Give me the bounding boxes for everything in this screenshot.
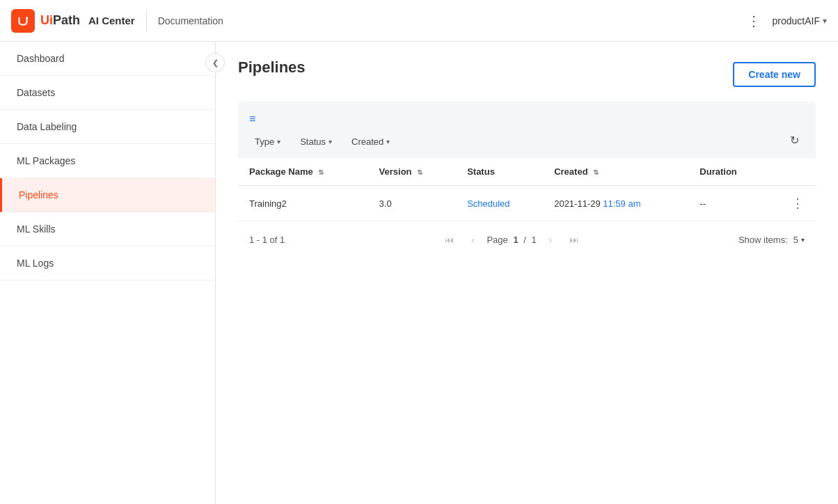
header-right: ⋮ productAIF ▾: [747, 13, 827, 29]
app-layout: Dashboard Datasets Data Labeling ML Pack…: [0, 42, 838, 504]
status-filter[interactable]: Status ▾: [294, 134, 338, 150]
page-label: Page 1 / 1: [487, 235, 536, 245]
user-menu[interactable]: productAIF ▾: [773, 15, 827, 26]
page-header-row: Pipelines Create new: [238, 58, 816, 90]
created-filter[interactable]: Created ▾: [346, 134, 395, 150]
sidebar-item-ml-skills[interactable]: ML Skills: [0, 212, 215, 246]
col-actions: [768, 158, 816, 186]
type-filter-arrow: ▾: [277, 138, 280, 145]
pagination-info: 1 - 1 of 1: [249, 235, 285, 245]
user-name: productAIF: [773, 15, 820, 26]
filter-icon[interactable]: ≡: [249, 113, 255, 125]
created-sort-icon[interactable]: ⇅: [593, 168, 599, 176]
total-pages: 1: [532, 235, 537, 245]
col-version: Version ⇅: [368, 158, 457, 186]
product-name: AI Center: [88, 15, 135, 26]
svg-rect-0: [15, 13, 31, 29]
first-page-button[interactable]: ⏮: [439, 230, 459, 249]
cell-duration: --: [688, 186, 768, 221]
sidebar-item-pipelines[interactable]: Pipelines: [0, 178, 215, 212]
table-row: Training2 3.0 Scheduled 2021-11-29 11:59…: [238, 186, 816, 221]
col-created: Created ⇅: [543, 158, 688, 186]
col-duration: Duration: [688, 158, 768, 186]
documentation-link[interactable]: Documentation: [158, 15, 223, 26]
sidebar-item-ml-packages[interactable]: ML Packages: [0, 144, 215, 178]
row-more-options-icon[interactable]: ⋮: [791, 196, 805, 210]
last-page-button[interactable]: ⏭: [564, 230, 584, 249]
chevron-down-icon: ▾: [823, 16, 827, 26]
version-sort-icon[interactable]: ⇅: [417, 168, 422, 176]
cell-row-actions: ⋮: [768, 186, 816, 221]
cell-created: 2021-11-29 11:59 am: [543, 186, 688, 221]
page-title: Pipelines: [238, 58, 306, 77]
package-name-sort-icon[interactable]: ⇅: [318, 168, 324, 176]
created-filter-arrow: ▾: [386, 138, 390, 145]
svg-point-1: [26, 17, 28, 19]
col-status: Status: [456, 158, 543, 186]
sidebar-collapse-button[interactable]: ❮: [205, 53, 225, 72]
sidebar-item-dashboard[interactable]: Dashboard: [0, 42, 215, 76]
cell-version: 3.0: [368, 186, 457, 221]
app-header: UiPath AI Center Documentation ⋮ product…: [0, 0, 838, 42]
brand-name: UiPath: [40, 13, 80, 28]
cell-status: Scheduled: [456, 186, 543, 221]
items-per-page-select[interactable]: 5 ▾: [793, 235, 805, 245]
type-filter[interactable]: Type ▾: [249, 134, 286, 150]
create-new-button[interactable]: Create new: [733, 62, 816, 87]
sidebar-item-datasets[interactable]: Datasets: [0, 76, 215, 110]
filter-icon-row: ≡: [238, 113, 816, 134]
prev-page-button[interactable]: ‹: [463, 230, 482, 249]
show-items-label: Show items:: [738, 235, 788, 245]
pagination-controls: ⏮ ‹ Page 1 / 1 › ⏭: [439, 230, 583, 249]
pipelines-table: Package Name ⇅ Version ⇅ Status Created: [238, 158, 816, 221]
items-per-page-arrow: ▾: [801, 236, 805, 244]
logo-area: UiPath AI Center: [11, 9, 135, 33]
show-items-control: Show items: 5 ▾: [738, 235, 805, 245]
pipelines-table-container: ≡ Type ▾ Status ▾ Created ▾ ↻: [238, 102, 816, 258]
current-page: 1: [513, 235, 518, 245]
main-content: Pipelines Create new ≡ Type ▾ Status ▾ C…: [216, 42, 838, 504]
col-package-name: Package Name ⇅: [238, 158, 368, 186]
status-filter-arrow: ▾: [329, 138, 332, 145]
cell-package-name: Training2: [238, 186, 368, 221]
refresh-icon[interactable]: ↻: [790, 134, 799, 146]
sidebar-item-ml-logs[interactable]: ML Logs: [0, 246, 215, 281]
uipath-logo: [11, 9, 35, 33]
header-divider: [146, 10, 147, 31]
next-page-button[interactable]: ›: [541, 230, 560, 249]
pagination-row: 1 - 1 of 1 ⏮ ‹ Page 1 / 1 › ⏭ Show items…: [238, 221, 816, 258]
sidebar: Dashboard Datasets Data Labeling ML Pack…: [0, 42, 216, 504]
items-per-page-value: 5: [793, 235, 798, 245]
filter-chips: Type ▾ Status ▾ Created ▾ ↻: [238, 134, 816, 158]
more-options-icon[interactable]: ⋮: [747, 13, 761, 29]
sidebar-item-data-labeling[interactable]: Data Labeling: [0, 110, 215, 144]
table-header-row: Package Name ⇅ Version ⇅ Status Created: [238, 158, 816, 186]
